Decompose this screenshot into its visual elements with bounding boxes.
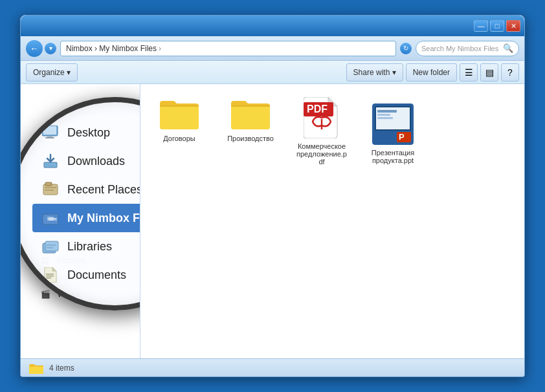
- mag-recent-label: Recent Places: [67, 183, 140, 197]
- downloads-icon: [41, 152, 60, 170]
- refresh-button[interactable]: ↻: [400, 43, 412, 54]
- svg-text:P: P: [399, 132, 405, 142]
- path-arrow: ›: [159, 44, 161, 53]
- file-item-folder2[interactable]: Производство: [225, 97, 276, 166]
- svg-rect-25: [377, 114, 390, 116]
- status-bar: 4 items: [21, 358, 524, 376]
- svg-rect-8: [45, 190, 54, 191]
- svg-rect-16: [46, 274, 54, 275]
- search-box[interactable]: Search My Nimbox Files 🔍: [416, 41, 519, 56]
- svg-rect-4: [44, 162, 57, 168]
- svg-rect-1: [43, 126, 56, 135]
- main-area: Desktop Downloads: [21, 84, 524, 358]
- folder-icon-2: [230, 97, 271, 131]
- mag-nimbox-label: My Nimbox Files: [67, 212, 140, 225]
- title-bar: — □ ✕: [21, 16, 524, 36]
- libraries-icon: [41, 237, 60, 256]
- mag-item-downloads[interactable]: Downloads: [32, 147, 140, 175]
- magnifier-overlay: Desktop Downloads: [21, 97, 140, 310]
- dropdown-button[interactable]: ▾: [45, 43, 56, 54]
- close-button[interactable]: ✕: [506, 20, 520, 32]
- organize-button[interactable]: Organize ▾: [26, 63, 78, 82]
- svg-rect-14: [47, 245, 56, 246]
- mag-item-recent[interactable]: Recent Places: [32, 175, 140, 204]
- svg-rect-24: [377, 110, 397, 113]
- explorer-window: — □ ✕ ← ▾ Nimbox › My Nimbox Files › ↻ S…: [20, 15, 525, 377]
- svg-rect-26: [377, 117, 393, 119]
- mag-item-desktop[interactable]: Desktop: [32, 118, 140, 147]
- search-icon: 🔍: [503, 43, 513, 53]
- documents-icon: [41, 266, 60, 284]
- file-grid: Договоры Производство: [140, 84, 524, 358]
- svg-rect-18: [46, 278, 51, 279]
- address-bar: ← ▾ Nimbox › My Nimbox Files › ↻ Search …: [21, 36, 524, 61]
- mag-downloads-label: Downloads: [67, 155, 125, 168]
- new-folder-button[interactable]: New folder: [406, 63, 457, 82]
- nav-buttons: ← ▾: [26, 40, 56, 57]
- file-label-1: Договоры: [163, 135, 195, 142]
- details-button[interactable]: ▤: [480, 63, 498, 82]
- mag-item-libraries[interactable]: Libraries: [32, 232, 140, 261]
- file-label-pdf: Коммерческое предложение.pdf: [296, 142, 348, 166]
- svg-text:nim: nim: [49, 217, 56, 221]
- search-placeholder: Search My Nimbox Files: [421, 45, 498, 52]
- back-button[interactable]: ←: [26, 40, 43, 57]
- pdf-icon: PDF: [304, 97, 340, 138]
- svg-rect-6: [45, 182, 52, 186]
- minimize-button[interactable]: —: [474, 20, 488, 32]
- mag-desktop-label: Desktop: [67, 126, 110, 140]
- file-label-ppt: Презентация продукта.ppt: [367, 149, 419, 164]
- svg-rect-7: [45, 187, 56, 188]
- mag-documents-label: Documents: [67, 268, 126, 282]
- help-button[interactable]: ?: [501, 63, 519, 82]
- svg-rect-13: [45, 241, 58, 251]
- svg-rect-15: [47, 247, 53, 248]
- svg-rect-3: [45, 137, 54, 138]
- file-item-folder1[interactable]: Договоры: [153, 97, 205, 166]
- mag-item-nimbox[interactable]: nim My Nimbox Files: [32, 204, 140, 232]
- view-button[interactable]: ☰: [460, 63, 478, 82]
- file-label-2: Производство: [227, 135, 274, 142]
- status-folder-icon: [28, 363, 41, 373]
- status-text: 4 items: [49, 364, 74, 373]
- maximize-button[interactable]: □: [490, 20, 504, 32]
- window-controls: — □ ✕: [474, 20, 520, 32]
- svg-text:PDF: PDF: [307, 103, 328, 114]
- address-path[interactable]: Nimbox › My Nimbox Files ›: [60, 41, 396, 56]
- desktop-icon: [41, 124, 60, 142]
- content-area: Договоры Производство: [140, 84, 524, 358]
- recent-icon: [41, 180, 60, 199]
- file-item-ppt[interactable]: P Презентация продукта.ppt: [367, 103, 419, 166]
- mag-item-documents[interactable]: Documents: [32, 261, 140, 289]
- nimbox-icon: nim: [41, 209, 60, 227]
- sidebar: Desktop Downloads: [21, 84, 140, 358]
- ppt-icon: P: [372, 103, 414, 145]
- path-text: Nimbox › My Nimbox Files: [66, 44, 157, 53]
- folder-icon-1: [159, 97, 200, 131]
- mag-libraries-label: Libraries: [67, 240, 112, 254]
- file-item-pdf[interactable]: PDF Коммерческое предложение.pdf: [296, 97, 348, 166]
- videos-icon: 🎬: [39, 288, 52, 301]
- toolbar: Organize ▾ Share with ▾ New folder ☰ ▤ ?: [21, 61, 524, 84]
- share-button[interactable]: Share with ▾: [346, 63, 403, 82]
- svg-rect-17: [46, 276, 54, 277]
